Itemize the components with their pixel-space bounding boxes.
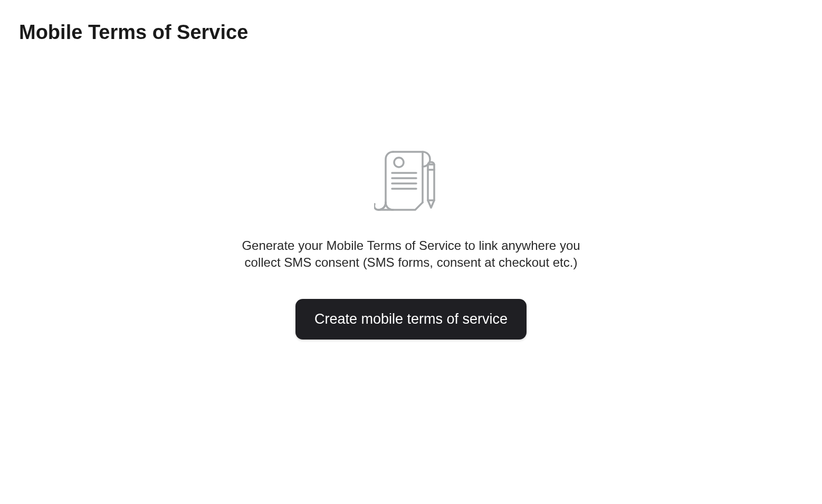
empty-state-container: Generate your Mobile Terms of Service to…	[226, 148, 596, 340]
create-mobile-terms-button[interactable]: Create mobile terms of service	[295, 299, 527, 340]
empty-state-description: Generate your Mobile Terms of Service to…	[237, 237, 585, 272]
document-scroll-pencil-icon	[374, 148, 448, 218]
page-title: Mobile Terms of Service	[0, 0, 822, 44]
svg-point-0	[394, 158, 404, 167]
